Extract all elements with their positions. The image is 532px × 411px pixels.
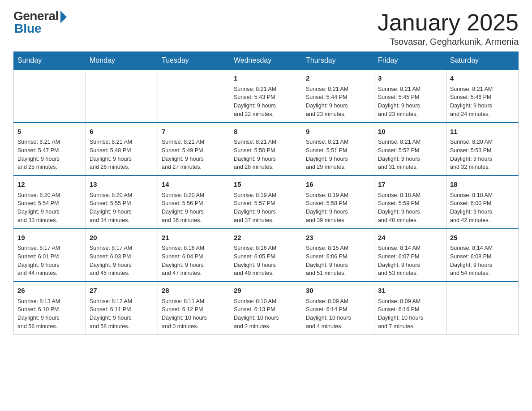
day-info: Sunrise: 8:16 AM Sunset: 6:04 PM Dayligh… [162,245,204,276]
day-number: 31 [378,286,442,296]
calendar-cell: 14Sunrise: 8:20 AM Sunset: 5:56 PM Dayli… [158,176,230,229]
day-number: 9 [306,127,370,137]
calendar-cell: 18Sunrise: 8:18 AM Sunset: 6:00 PM Dayli… [446,176,519,229]
day-number: 14 [162,180,226,190]
day-info: Sunrise: 8:09 AM Sunset: 6:16 PM Dayligh… [378,298,423,330]
calendar-header-row: SundayMondayTuesdayWednesdayThursdayFrid… [14,52,519,70]
day-number: 21 [162,233,226,243]
day-number: 11 [450,127,515,137]
day-number: 7 [162,127,226,137]
calendar-cell: 5Sunrise: 8:21 AM Sunset: 5:47 PM Daylig… [14,123,86,176]
calendar-week-2: 5Sunrise: 8:21 AM Sunset: 5:47 PM Daylig… [14,123,519,176]
day-number: 28 [162,286,226,296]
calendar-cell: 11Sunrise: 8:20 AM Sunset: 5:53 PM Dayli… [446,123,519,176]
day-number: 23 [306,233,370,243]
day-info: Sunrise: 8:15 AM Sunset: 6:06 PM Dayligh… [306,245,348,276]
calendar-week-5: 26Sunrise: 8:13 AM Sunset: 6:10 PM Dayli… [14,282,519,334]
calendar-header-thursday: Thursday [302,52,374,70]
calendar-cell: 17Sunrise: 8:18 AM Sunset: 5:59 PM Dayli… [374,176,446,229]
day-info: Sunrise: 8:14 AM Sunset: 6:07 PM Dayligh… [378,245,420,276]
calendar-cell: 27Sunrise: 8:12 AM Sunset: 6:11 PM Dayli… [86,282,158,334]
day-info: Sunrise: 8:18 AM Sunset: 5:59 PM Dayligh… [378,192,420,223]
day-number: 15 [234,180,298,190]
month-title: January 2025 [378,9,519,36]
calendar-cell: 29Sunrise: 8:10 AM Sunset: 6:13 PM Dayli… [230,282,302,334]
day-info: Sunrise: 8:21 AM Sunset: 5:45 PM Dayligh… [378,86,420,117]
day-number: 17 [378,180,442,190]
day-number: 20 [90,233,154,243]
day-number: 5 [17,127,82,137]
calendar-cell: 20Sunrise: 8:17 AM Sunset: 6:03 PM Dayli… [86,229,158,282]
day-number: 6 [90,127,154,137]
day-number: 3 [378,73,442,84]
day-info: Sunrise: 8:21 AM Sunset: 5:52 PM Dayligh… [378,139,420,170]
day-number: 22 [234,233,298,243]
calendar-week-1: 1Sunrise: 8:21 AM Sunset: 5:43 PM Daylig… [14,69,519,123]
day-number: 8 [234,127,298,137]
calendar-cell: 19Sunrise: 8:17 AM Sunset: 6:01 PM Dayli… [14,229,86,282]
day-info: Sunrise: 8:19 AM Sunset: 5:58 PM Dayligh… [306,192,348,223]
day-info: Sunrise: 8:13 AM Sunset: 6:10 PM Dayligh… [17,298,60,330]
day-number: 4 [450,73,515,84]
calendar-cell: 23Sunrise: 8:15 AM Sunset: 6:06 PM Dayli… [302,229,374,282]
calendar-cell: 6Sunrise: 8:21 AM Sunset: 5:48 PM Daylig… [86,123,158,176]
calendar-cell: 25Sunrise: 8:14 AM Sunset: 6:08 PM Dayli… [446,229,519,282]
logo-arrow-icon [60,11,67,23]
calendar-cell [158,69,230,123]
calendar-cell: 22Sunrise: 8:16 AM Sunset: 6:05 PM Dayli… [230,229,302,282]
calendar-cell: 26Sunrise: 8:13 AM Sunset: 6:10 PM Dayli… [14,282,86,334]
day-info: Sunrise: 8:20 AM Sunset: 5:55 PM Dayligh… [90,192,132,223]
logo-blue-text: Blue [13,21,42,36]
day-number: 29 [234,286,298,296]
calendar-header-wednesday: Wednesday [230,52,302,70]
calendar-cell: 28Sunrise: 8:11 AM Sunset: 6:12 PM Dayli… [158,282,230,334]
calendar-cell: 16Sunrise: 8:19 AM Sunset: 5:58 PM Dayli… [302,176,374,229]
day-info: Sunrise: 8:18 AM Sunset: 6:00 PM Dayligh… [450,192,493,223]
calendar-cell: 12Sunrise: 8:20 AM Sunset: 5:54 PM Dayli… [14,176,86,229]
calendar-cell: 13Sunrise: 8:20 AM Sunset: 5:55 PM Dayli… [86,176,158,229]
day-number: 18 [450,180,515,190]
page-header: General Blue January 2025 Tsovasar, Gegh… [13,9,519,47]
calendar-cell: 8Sunrise: 8:21 AM Sunset: 5:50 PM Daylig… [230,123,302,176]
calendar-header-friday: Friday [374,52,446,70]
day-info: Sunrise: 8:21 AM Sunset: 5:51 PM Dayligh… [306,139,348,170]
calendar-cell: 2Sunrise: 8:21 AM Sunset: 5:44 PM Daylig… [302,69,374,123]
calendar-cell: 4Sunrise: 8:21 AM Sunset: 5:46 PM Daylig… [446,69,519,123]
day-info: Sunrise: 8:21 AM Sunset: 5:48 PM Dayligh… [90,139,132,170]
day-info: Sunrise: 8:20 AM Sunset: 5:54 PM Dayligh… [17,192,60,223]
calendar-cell [446,282,519,334]
calendar-table: SundayMondayTuesdayWednesdayThursdayFrid… [13,51,519,335]
calendar-cell: 1Sunrise: 8:21 AM Sunset: 5:43 PM Daylig… [230,69,302,123]
title-section: January 2025 Tsovasar, Gegharkunik, Arme… [378,9,519,47]
calendar-cell: 24Sunrise: 8:14 AM Sunset: 6:07 PM Dayli… [374,229,446,282]
day-info: Sunrise: 8:21 AM Sunset: 5:46 PM Dayligh… [450,86,493,117]
day-info: Sunrise: 8:14 AM Sunset: 6:08 PM Dayligh… [450,245,493,276]
calendar-cell: 21Sunrise: 8:16 AM Sunset: 6:04 PM Dayli… [158,229,230,282]
calendar-header-saturday: Saturday [446,52,519,70]
day-info: Sunrise: 8:17 AM Sunset: 6:03 PM Dayligh… [90,245,132,276]
day-info: Sunrise: 8:21 AM Sunset: 5:49 PM Dayligh… [162,139,204,170]
calendar-cell [14,69,86,123]
day-info: Sunrise: 8:19 AM Sunset: 5:57 PM Dayligh… [234,192,276,223]
day-number: 16 [306,180,370,190]
day-info: Sunrise: 8:09 AM Sunset: 6:14 PM Dayligh… [306,298,351,330]
calendar-cell: 15Sunrise: 8:19 AM Sunset: 5:57 PM Dayli… [230,176,302,229]
calendar-cell: 30Sunrise: 8:09 AM Sunset: 6:14 PM Dayli… [302,282,374,334]
day-info: Sunrise: 8:10 AM Sunset: 6:13 PM Dayligh… [234,298,279,330]
calendar-cell: 10Sunrise: 8:21 AM Sunset: 5:52 PM Dayli… [374,123,446,176]
calendar-cell: 3Sunrise: 8:21 AM Sunset: 5:45 PM Daylig… [374,69,446,123]
day-number: 2 [306,73,370,84]
day-number: 25 [450,233,515,243]
day-info: Sunrise: 8:16 AM Sunset: 6:05 PM Dayligh… [234,245,276,276]
calendar-week-3: 12Sunrise: 8:20 AM Sunset: 5:54 PM Dayli… [14,176,519,229]
calendar-week-4: 19Sunrise: 8:17 AM Sunset: 6:01 PM Dayli… [14,229,519,282]
calendar-cell: 7Sunrise: 8:21 AM Sunset: 5:49 PM Daylig… [158,123,230,176]
day-info: Sunrise: 8:12 AM Sunset: 6:11 PM Dayligh… [90,298,132,330]
day-info: Sunrise: 8:21 AM Sunset: 5:47 PM Dayligh… [17,139,60,170]
day-number: 24 [378,233,442,243]
day-number: 10 [378,127,442,137]
day-info: Sunrise: 8:21 AM Sunset: 5:50 PM Dayligh… [234,139,276,170]
day-info: Sunrise: 8:20 AM Sunset: 5:56 PM Dayligh… [162,192,204,223]
day-number: 19 [17,233,82,243]
calendar-header-monday: Monday [86,52,158,70]
